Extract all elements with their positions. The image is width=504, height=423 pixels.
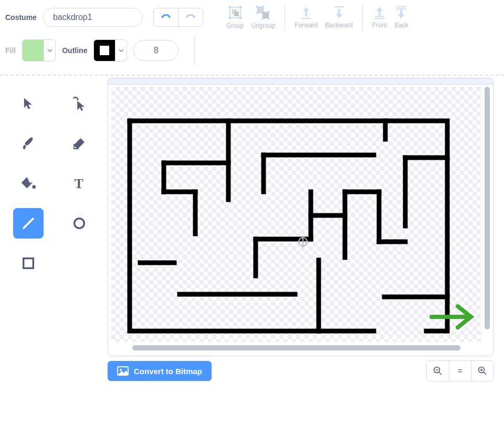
chevron-down-icon: [115, 40, 127, 61]
convert-label: Convert to Bitmap: [134, 367, 202, 376]
svg-rect-12: [268, 11, 270, 13]
canvas[interactable]: [108, 78, 494, 356]
separator: [194, 36, 195, 65]
front-label: Front: [372, 22, 387, 29]
eraser-tool[interactable]: [64, 128, 94, 159]
svg-rect-9: [256, 6, 258, 7]
svg-rect-8: [262, 12, 269, 18]
rectangle-icon: [21, 256, 36, 271]
redo-button[interactable]: [178, 8, 203, 26]
back-button[interactable]: Back: [394, 6, 408, 29]
layer-tools: Forward Backward: [295, 6, 353, 29]
zoom-in-icon: [478, 366, 487, 376]
svg-rect-3: [229, 6, 231, 8]
undo-button[interactable]: [154, 8, 178, 26]
canvas-area: Convert to Bitmap =: [108, 76, 504, 401]
front-back-tools: Front Back: [372, 6, 408, 29]
front-button[interactable]: Front: [372, 6, 387, 29]
circle-tool[interactable]: [64, 208, 94, 239]
front-icon: [373, 6, 386, 19]
svg-rect-10: [262, 6, 264, 7]
svg-rect-2: [234, 12, 239, 16]
zoom-controls: =: [426, 360, 494, 381]
svg-rect-5: [229, 17, 231, 19]
style-toolbar: Fill Outline: [0, 33, 504, 73]
main-area: T: [0, 76, 504, 401]
group-label: Group: [226, 22, 244, 29]
group-tools: Group Ungroup: [226, 5, 275, 29]
reshape-tool[interactable]: [64, 88, 94, 119]
svg-rect-14: [268, 18, 270, 19]
svg-rect-11: [256, 12, 258, 14]
convert-to-bitmap-button[interactable]: Convert to Bitmap: [108, 361, 212, 381]
brush-tool[interactable]: [13, 128, 44, 159]
svg-text:T: T: [74, 176, 83, 191]
redo-icon: [185, 13, 196, 22]
eraser-icon: [71, 136, 87, 151]
fill-tool[interactable]: [13, 168, 44, 199]
ungroup-button[interactable]: Ungroup: [251, 5, 275, 29]
zoom-out-button[interactable]: [427, 361, 449, 381]
undo-redo-group: [153, 8, 203, 27]
svg-rect-6: [239, 17, 242, 19]
rectangle-tool[interactable]: [13, 248, 44, 278]
back-label: Back: [394, 22, 408, 29]
backward-button[interactable]: Backward: [325, 6, 353, 29]
svg-rect-4: [239, 6, 242, 8]
svg-rect-13: [261, 18, 263, 19]
backward-icon: [333, 6, 345, 19]
stroke-width-input[interactable]: [133, 40, 178, 61]
outline-swatch: [94, 40, 115, 61]
back-icon: [395, 6, 407, 19]
fill-label: Fill: [5, 46, 16, 55]
image-icon: [117, 366, 129, 376]
text-icon: T: [72, 176, 87, 191]
select-icon: [21, 96, 36, 111]
zoom-in-button[interactable]: [471, 361, 493, 381]
fill-swatch-picker[interactable]: [22, 39, 56, 61]
forward-icon: [300, 6, 312, 19]
svg-line-23: [24, 219, 34, 228]
costume-label: Costume: [5, 13, 37, 22]
text-tool[interactable]: T: [64, 168, 94, 199]
svg-point-24: [74, 219, 84, 229]
separator: [285, 4, 285, 30]
group-button[interactable]: Group: [226, 5, 244, 29]
zoom-out-icon: [433, 366, 443, 376]
group-icon: [228, 5, 243, 20]
costume-name-input[interactable]: [43, 8, 143, 27]
canvas-ruler: [108, 78, 493, 85]
bottom-bar: Convert to Bitmap =: [108, 356, 494, 381]
chevron-down-icon: [44, 40, 55, 61]
separator: [362, 4, 363, 30]
fill-icon: [20, 175, 37, 192]
ungroup-icon: [256, 5, 270, 20]
line-icon: [20, 215, 36, 231]
circle-icon: [72, 216, 87, 231]
zoom-reset-button[interactable]: =: [449, 361, 471, 381]
outline-label: Outline: [62, 46, 87, 55]
svg-line-58: [484, 372, 486, 375]
horizontal-scrollbar[interactable]: [132, 345, 460, 350]
forward-label: Forward: [295, 22, 318, 29]
fill-swatch: [23, 40, 44, 61]
select-tool[interactable]: [13, 88, 44, 119]
undo-icon: [160, 13, 172, 22]
vertical-scrollbar[interactable]: [485, 87, 490, 329]
tool-palette: T: [0, 76, 108, 401]
forward-button[interactable]: Forward: [295, 6, 318, 29]
top-toolbar: Costume Group: [0, 0, 504, 33]
outline-swatch-picker[interactable]: [93, 39, 127, 61]
svg-point-21: [33, 185, 36, 189]
brush-icon: [20, 136, 36, 151]
ungroup-label: Ungroup: [251, 22, 275, 29]
svg-line-55: [439, 372, 442, 375]
svg-rect-25: [24, 259, 34, 269]
svg-point-53: [120, 369, 122, 371]
maze-drawing: [111, 87, 482, 343]
horizontal-scrollbar-track: [111, 345, 481, 350]
line-tool[interactable]: [13, 208, 44, 239]
backward-label: Backward: [325, 22, 353, 29]
reshape-icon: [71, 96, 87, 111]
